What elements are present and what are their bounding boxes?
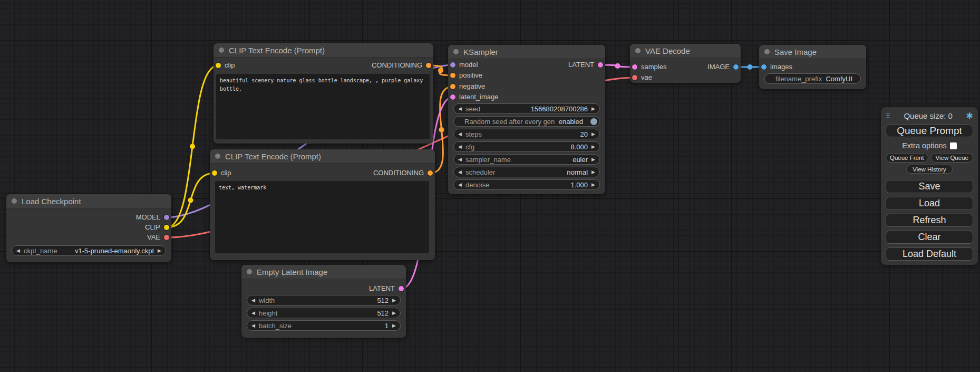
decrement-arrow-icon[interactable]: ◀ — [251, 310, 255, 316]
node-title: CLIP Text Encode (Prompt) — [229, 46, 325, 55]
positive-input-port[interactable] — [450, 73, 455, 78]
clip-input-port[interactable] — [216, 63, 221, 68]
node-title-bar[interactable]: CLIP Text Encode (Prompt) — [214, 43, 433, 58]
widget-ckpt_name[interactable]: ◀ckpt_namev1-5-pruned-emaonly.ckpt▶ — [12, 245, 166, 256]
increment-arrow-icon[interactable]: ▶ — [392, 323, 396, 328]
node-title-bar[interactable]: VAE Decode — [630, 44, 741, 58]
node-title-bar[interactable]: Empty Latent Image — [241, 265, 406, 279]
VAE-output-port[interactable] — [164, 235, 169, 240]
node-title-bar[interactable]: CLIP Text Encode (Prompt) — [210, 149, 435, 164]
port-label: model — [459, 61, 478, 69]
view-history-button[interactable]: View History — [906, 165, 953, 174]
queue-prompt-button[interactable]: Queue Prompt — [886, 125, 973, 137]
widget-denoise[interactable]: ◀denoise1.000▶ — [453, 179, 600, 190]
decrement-arrow-icon[interactable]: ◀ — [458, 106, 462, 111]
widget-label: width — [259, 297, 275, 304]
decrement-arrow-icon[interactable]: ◀ — [458, 182, 462, 187]
port-label: IMAGE — [707, 63, 730, 71]
latent_image-input-port[interactable] — [450, 94, 455, 100]
CONDITIONING-output-port[interactable] — [428, 170, 433, 176]
view-queue-button[interactable]: View Queue — [931, 153, 974, 163]
collapse-dot-icon[interactable] — [764, 49, 770, 54]
negative-input-port[interactable] — [450, 84, 455, 89]
widget-value: v1-5-pruned-emaonly.ckpt — [75, 247, 154, 255]
save-button[interactable]: Save — [886, 180, 973, 193]
widget-value: normal — [567, 168, 588, 176]
IMAGE-output-port[interactable] — [733, 64, 739, 70]
node-clip-encode-positive[interactable]: CLIP Text Encode (Prompt)clipCONDITIONIN… — [214, 43, 433, 144]
increment-arrow-icon[interactable]: ▶ — [591, 144, 595, 149]
collapse-dot-icon[interactable] — [215, 154, 220, 159]
node-vae-decode[interactable]: VAE DecodesamplesvaeIMAGE — [630, 44, 741, 83]
clip-input-port[interactable] — [212, 170, 217, 176]
widget-batch_size[interactable]: ◀batch_size1▶ — [247, 320, 401, 331]
widget-steps[interactable]: ◀steps20▶ — [453, 129, 600, 139]
CONDITIONING-output-port[interactable] — [426, 63, 431, 68]
node-title-bar[interactable]: KSampler — [448, 45, 605, 59]
node-title-bar[interactable]: Load Checkpoint — [6, 194, 171, 208]
extra-options-checkbox[interactable] — [950, 142, 957, 149]
clear-button[interactable]: Clear — [886, 231, 973, 244]
collapse-dot-icon[interactable] — [219, 47, 224, 53]
prompt-textarea[interactable]: text, watermark — [215, 181, 429, 253]
toggle-knob-icon[interactable] — [590, 118, 597, 125]
node-clip-encode-negative[interactable]: CLIP Text Encode (Prompt)clipCONDITIONIN… — [210, 149, 435, 260]
node-title: Empty Latent Image — [257, 268, 327, 276]
refresh-button[interactable]: Refresh — [886, 214, 973, 227]
widget-scheduler[interactable]: ◀schedulernormal▶ — [453, 167, 600, 177]
widget-sampler_name[interactable]: ◀sampler_nameeuler▶ — [453, 154, 600, 165]
load-default-button[interactable]: Load Default — [886, 247, 973, 261]
decrement-arrow-icon[interactable]: ◀ — [16, 248, 20, 253]
increment-arrow-icon[interactable]: ▶ — [591, 182, 595, 187]
port-label: clip — [225, 62, 235, 69]
collapse-dot-icon[interactable] — [635, 48, 641, 53]
widget-value: 512 — [377, 309, 389, 317]
queue-panel: ⠿ Queue size: 0 ✱ Queue Prompt Extra opt… — [881, 107, 978, 265]
increment-arrow-icon[interactable]: ▶ — [591, 157, 595, 162]
collapse-dot-icon[interactable] — [12, 198, 17, 204]
queue-front-button[interactable]: Queue Front — [886, 153, 928, 163]
node-title-bar[interactable]: Save Image — [759, 45, 866, 59]
LATENT-output-port[interactable] — [399, 286, 404, 291]
decrement-arrow-icon[interactable]: ◀ — [458, 157, 462, 162]
node-graph-canvas[interactable]: ⠿ Queue size: 0 ✱ Queue Prompt Extra opt… — [0, 0, 980, 372]
history-pill-row: View History — [886, 165, 973, 174]
port-label: images — [770, 63, 792, 71]
decrement-arrow-icon[interactable]: ◀ — [458, 169, 462, 175]
settings-gear-icon[interactable]: ✱ — [966, 112, 973, 120]
samples-input-port[interactable] — [632, 64, 637, 70]
CLIP-output-port[interactable] — [164, 225, 169, 230]
increment-arrow-icon[interactable]: ▶ — [591, 106, 595, 111]
increment-arrow-icon[interactable]: ▶ — [158, 248, 161, 253]
images-input-port[interactable] — [761, 64, 766, 70]
widget-random-seed-after-every-gen[interactable]: Random seed after every genenabled — [453, 116, 600, 127]
increment-arrow-icon[interactable]: ▶ — [392, 310, 396, 316]
node-ksampler[interactable]: KSamplermodelpositivenegativelatent_imag… — [448, 45, 605, 194]
LATENT-output-port[interactable] — [598, 62, 603, 68]
drag-handle-icon[interactable]: ⠿ — [886, 113, 890, 119]
MODEL-output-port[interactable] — [164, 215, 169, 220]
widget-cfg[interactable]: ◀cfg8.000▶ — [453, 141, 600, 152]
widget-filename_prefix[interactable]: filename_prefixComfyUI — [764, 73, 861, 84]
decrement-arrow-icon[interactable]: ◀ — [458, 144, 462, 149]
vae-input-port[interactable] — [632, 75, 637, 80]
node-empty-latent[interactable]: Empty Latent ImageLATENT◀width512▶◀heigh… — [241, 265, 406, 338]
decrement-arrow-icon[interactable]: ◀ — [458, 131, 462, 137]
increment-arrow-icon[interactable]: ▶ — [591, 169, 595, 175]
decrement-arrow-icon[interactable]: ◀ — [251, 298, 255, 303]
collapse-dot-icon[interactable] — [453, 49, 459, 54]
node-save-image[interactable]: Save Imageimagesfilename_prefixComfyUI — [759, 45, 866, 89]
decrement-arrow-icon[interactable]: ◀ — [251, 323, 255, 328]
widget-height[interactable]: ◀height512▶ — [247, 308, 401, 318]
load-button[interactable]: Load — [886, 197, 973, 210]
increment-arrow-icon[interactable]: ▶ — [591, 131, 595, 137]
increment-arrow-icon[interactable]: ▶ — [392, 298, 396, 303]
prompt-textarea[interactable]: beautiful scenery nature glass bottle la… — [216, 74, 430, 139]
queue-panel-header: ⠿ Queue size: 0 ✱ — [886, 111, 973, 121]
collapse-dot-icon[interactable] — [247, 269, 252, 274]
node-title: Save Image — [774, 47, 817, 56]
widget-width[interactable]: ◀width512▶ — [247, 295, 401, 306]
node-load-checkpoint[interactable]: Load CheckpointMODELCLIPVAE◀ckpt_namev1-… — [6, 194, 171, 262]
model-input-port[interactable] — [450, 62, 455, 68]
widget-seed[interactable]: ◀seed156680208700286▶ — [453, 103, 600, 114]
